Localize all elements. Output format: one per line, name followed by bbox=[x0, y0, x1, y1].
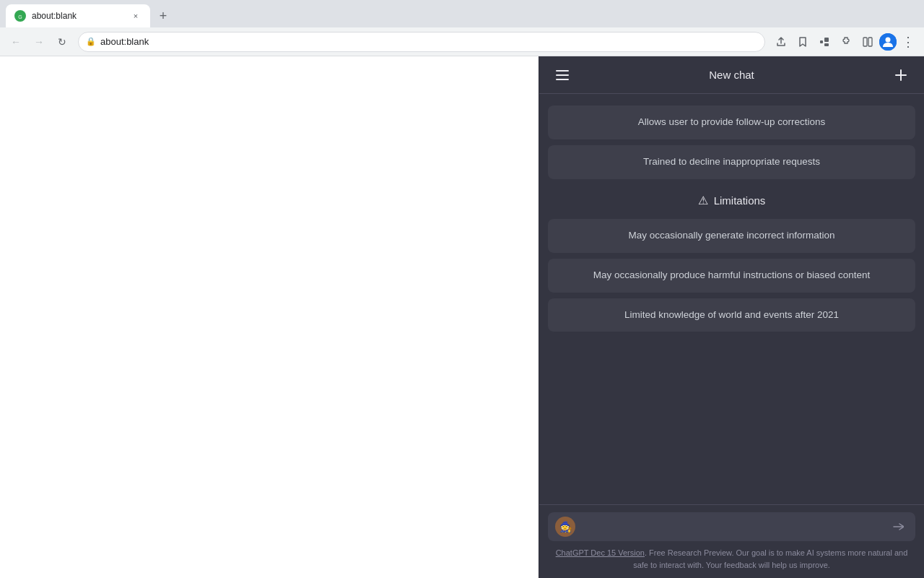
extension-button[interactable] bbox=[814, 32, 834, 52]
new-chat-button[interactable] bbox=[889, 64, 912, 87]
footer-description: . Free Research Preview. Our goal is to … bbox=[633, 548, 907, 569]
reload-icon: ↻ bbox=[58, 36, 66, 48]
limitations-icon: ⚠ bbox=[698, 194, 708, 207]
back-icon: ← bbox=[11, 36, 21, 48]
input-row[interactable]: 🧙 bbox=[548, 512, 915, 541]
capability-card-1: Allows user to provide follow-up correct… bbox=[548, 105, 915, 139]
capability-card-2: Trained to decline inappropriate request… bbox=[548, 145, 915, 179]
tab-close-icon[interactable]: × bbox=[130, 10, 141, 22]
send-button[interactable] bbox=[888, 517, 908, 537]
forward-icon: → bbox=[34, 36, 44, 48]
limitation-card-3: Limited knowledge of world and events af… bbox=[548, 298, 915, 332]
svg-rect-9 bbox=[556, 70, 569, 72]
blank-area bbox=[0, 56, 430, 578]
browser-content: New chat Allows user to provide follow-u… bbox=[0, 56, 924, 578]
svg-rect-10 bbox=[556, 74, 569, 76]
svg-rect-6 bbox=[868, 38, 872, 46]
tab-title: about:blank bbox=[32, 11, 124, 21]
version-link[interactable]: ChatGPT Dec 15 Version bbox=[556, 548, 645, 557]
svg-text:G: G bbox=[18, 14, 22, 20]
svg-rect-3 bbox=[824, 38, 829, 42]
limitation-card-2: May occasionally produce harmful instruc… bbox=[548, 259, 915, 293]
chat-input[interactable] bbox=[581, 517, 882, 537]
tab-favicon: G bbox=[14, 10, 26, 22]
active-tab[interactable]: G about:blank × bbox=[6, 4, 150, 27]
limitation-card-1: May occasionally generate incorrect info… bbox=[548, 219, 915, 253]
more-icon: ⋮ bbox=[902, 34, 915, 50]
browser-window: G about:blank × + ← → ↻ 🔒 about:blank bbox=[0, 0, 924, 578]
panel-footer: 🧙 ChatGPT Dec 15 Version. Free Research … bbox=[539, 504, 924, 578]
forward-button[interactable]: → bbox=[29, 32, 49, 52]
omnibox-bar: ← → ↻ 🔒 about:blank bbox=[0, 27, 924, 56]
back-button[interactable]: ← bbox=[6, 32, 26, 52]
extensions-button[interactable] bbox=[836, 32, 856, 52]
new-tab-button[interactable]: + bbox=[153, 6, 173, 26]
menu-button[interactable] bbox=[551, 64, 574, 87]
chatgpt-panel: New chat Allows user to provide follow-u… bbox=[539, 56, 924, 578]
splitscreen-button[interactable] bbox=[858, 32, 878, 52]
share-button[interactable] bbox=[771, 32, 791, 52]
user-avatar: 🧙 bbox=[555, 517, 575, 537]
svg-rect-4 bbox=[824, 43, 829, 46]
lock-icon: 🔒 bbox=[86, 37, 96, 46]
panel-header: New chat bbox=[539, 56, 924, 94]
toolbar-icons: ⋮ bbox=[771, 32, 918, 52]
url-display: about:blank bbox=[100, 36, 757, 47]
panel-title: New chat bbox=[709, 69, 754, 81]
tab-bar: G about:blank × + bbox=[0, 0, 924, 27]
panel-content[interactable]: Allows user to provide follow-up correct… bbox=[539, 94, 924, 504]
bookmark-button[interactable] bbox=[793, 32, 813, 52]
reload-button[interactable]: ↻ bbox=[52, 32, 72, 52]
more-button[interactable]: ⋮ bbox=[898, 32, 918, 52]
limitations-title: Limitations bbox=[714, 194, 766, 207]
svg-rect-5 bbox=[863, 38, 867, 46]
svg-rect-2 bbox=[820, 40, 823, 43]
limitations-section-header: ⚠ Limitations bbox=[548, 185, 915, 213]
address-bar[interactable]: 🔒 about:blank bbox=[78, 32, 765, 52]
profile-avatar[interactable] bbox=[879, 33, 897, 51]
footer-text: ChatGPT Dec 15 Version. Free Research Pr… bbox=[548, 547, 915, 571]
svg-point-8 bbox=[886, 37, 891, 42]
svg-rect-11 bbox=[556, 79, 569, 80]
